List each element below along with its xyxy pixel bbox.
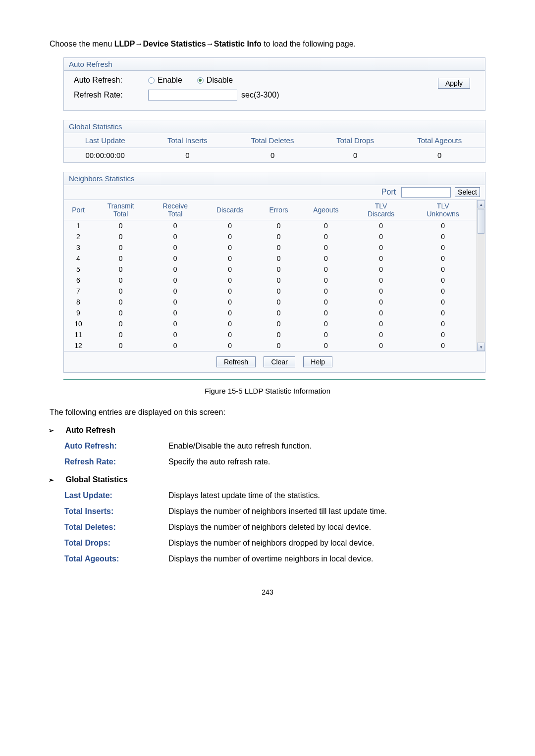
cell: 0: [299, 340, 353, 351]
cell: 0: [93, 286, 149, 297]
breadcrumb-2: Statistic Info: [214, 40, 262, 48]
cell: 0: [299, 264, 353, 275]
bullet-icon: ➢: [49, 427, 56, 434]
neighbors-col-1: TransmitTotal: [93, 200, 149, 220]
clear-button[interactable]: Clear: [264, 356, 295, 367]
desc-row: Total Deletes:Displays the number of nei…: [50, 523, 485, 532]
scroll-up-icon[interactable]: ▴: [477, 200, 485, 208]
cell: 0: [202, 253, 258, 264]
scrollbar[interactable]: ▴ ▾: [477, 200, 485, 351]
cell: 0: [149, 307, 202, 318]
disable-radio[interactable]: Disable: [197, 76, 233, 85]
cell: 0: [299, 329, 353, 340]
refresh-button[interactable]: Refresh: [216, 356, 256, 367]
cell: 0: [93, 220, 149, 232]
intro-suffix: to load the following page.: [264, 40, 356, 48]
cell: 0: [299, 275, 353, 286]
help-button[interactable]: Help: [303, 356, 332, 367]
intro-text: Choose the menu LLDP→Device Statistics→S…: [50, 40, 485, 49]
table-row: 120000000: [64, 340, 477, 351]
cell: 0: [93, 275, 149, 286]
cell: 0: [93, 231, 149, 242]
cell: 0: [409, 297, 477, 307]
neighbors-col-4: Errors: [258, 200, 299, 220]
desc-row: Last Update:Displays latest update time …: [50, 491, 485, 500]
cell: 9: [64, 307, 93, 318]
cell: 0: [409, 307, 477, 318]
cell: 0: [409, 275, 477, 286]
cell: 0: [258, 264, 299, 275]
cell: 0: [202, 231, 258, 242]
table-row: 90000000: [64, 307, 477, 318]
table-row: 50000000: [64, 264, 477, 275]
cell: 0: [258, 231, 299, 242]
cell: 0: [409, 220, 477, 232]
page-number: 243: [50, 588, 485, 596]
cell: 0: [93, 297, 149, 307]
entries-intro: The following entries are displayed on t…: [50, 408, 485, 417]
intro-prefix: Choose the menu: [50, 40, 114, 48]
cell: 5: [64, 264, 93, 275]
table-row: 100000000: [64, 318, 477, 329]
cell: 0: [93, 253, 149, 264]
enable-label: Enable: [158, 76, 182, 85]
divider-rule: [63, 379, 485, 380]
cell: 11: [64, 329, 93, 340]
refresh-rate-input[interactable]: [148, 90, 237, 101]
cell: 0: [258, 340, 299, 351]
cell: 0: [202, 264, 258, 275]
neighbors-title: Neighbors Statistics: [64, 172, 485, 185]
select-button[interactable]: Select: [455, 187, 480, 197]
neighbors-col-2: ReceiveTotal: [149, 200, 202, 220]
cell: 0: [93, 318, 149, 329]
global-stats-row: 00:00:00:00 0 0 0 0: [64, 148, 485, 163]
cell: 4: [64, 253, 93, 264]
cell: 0: [149, 275, 202, 286]
cell: 0: [353, 264, 409, 275]
apply-button[interactable]: Apply: [438, 78, 470, 89]
desc-label: Auto Refresh:: [64, 442, 168, 451]
cell: 0: [149, 231, 202, 242]
enable-radio[interactable]: Enable: [148, 76, 182, 85]
cell: 0: [258, 329, 299, 340]
disable-label: Disable: [207, 76, 233, 85]
desc-label: Last Update:: [64, 491, 168, 500]
cell: 0: [353, 286, 409, 297]
neighbors-header-row: PortTransmitTotalReceiveTotalDiscardsErr…: [64, 200, 477, 220]
cell: 0: [353, 329, 409, 340]
cell: 0: [409, 286, 477, 297]
scroll-thumb[interactable]: [478, 209, 484, 234]
cell: 0: [258, 297, 299, 307]
radio-on-icon: [197, 77, 204, 84]
cell-total-ageouts: 0: [394, 148, 485, 163]
table-row: 110000000: [64, 329, 477, 340]
cell: 0: [202, 318, 258, 329]
cell: 0: [353, 220, 409, 232]
cell: 0: [299, 297, 353, 307]
neighbors-table: PortTransmitTotalReceiveTotalDiscardsErr…: [64, 200, 477, 351]
cell: 0: [353, 340, 409, 351]
scroll-down-icon[interactable]: ▾: [477, 343, 485, 351]
cell: 1: [64, 220, 93, 232]
neighbors-col-6: TLVDiscards: [353, 200, 409, 220]
table-row: 60000000: [64, 275, 477, 286]
cell: 0: [93, 340, 149, 351]
section-auto-refresh-title: Auto Refresh: [65, 426, 115, 434]
cell: 0: [93, 264, 149, 275]
cell: 0: [409, 318, 477, 329]
cell: 0: [202, 275, 258, 286]
global-stats-title: Global Statistics: [64, 120, 485, 133]
table-row: 70000000: [64, 286, 477, 297]
cell: 0: [149, 242, 202, 253]
desc-row: Total Drops:Displays the number of neigh…: [50, 539, 485, 548]
cell: 0: [353, 242, 409, 253]
bullet-icon: ➢: [49, 476, 56, 484]
cell: 0: [258, 307, 299, 318]
cell: 0: [258, 220, 299, 232]
desc-label: Total Inserts:: [64, 507, 168, 516]
cell: 0: [258, 275, 299, 286]
cell: 0: [149, 220, 202, 232]
cell: 0: [93, 307, 149, 318]
port-filter-input[interactable]: [401, 187, 451, 198]
table-row: 30000000: [64, 242, 477, 253]
